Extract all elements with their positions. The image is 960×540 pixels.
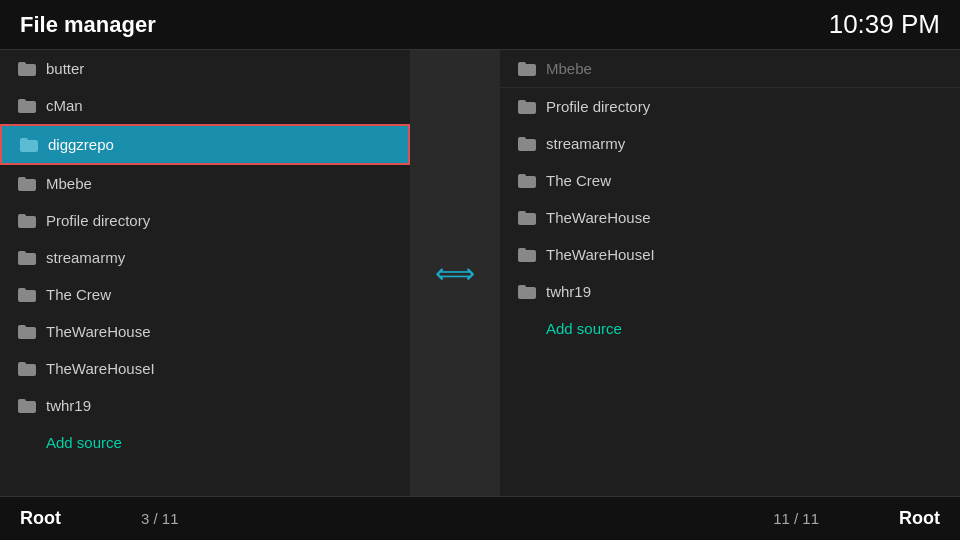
footer-left-count: 3 / 11	[141, 510, 179, 527]
list-item[interactable]: butter	[0, 50, 410, 87]
list-item[interactable]: Profile directory	[0, 202, 410, 239]
list-item-label: The Crew	[546, 172, 611, 189]
header: File manager 10:39 PM	[0, 0, 960, 50]
folder-icon	[518, 174, 536, 188]
list-item[interactable]: The Crew	[0, 276, 410, 313]
list-item[interactable]: streamarmy	[500, 125, 960, 162]
folder-icon	[518, 62, 536, 76]
app-title: File manager	[20, 12, 156, 38]
right-header-label: Mbebe	[546, 60, 592, 77]
list-item[interactable]: TheWareHouseI	[0, 350, 410, 387]
list-item[interactable]: cMan	[0, 87, 410, 124]
list-item[interactable]: streamarmy	[0, 239, 410, 276]
list-item-label: TheWareHouse	[546, 209, 651, 226]
list-item-label: TheWareHouseI	[546, 246, 655, 263]
list-item-label: TheWareHouseI	[46, 360, 155, 377]
folder-icon	[18, 99, 36, 113]
right-panel: Mbebe Profile directorystreamarmyThe Cre…	[500, 50, 960, 496]
left-panel: buttercMandiggzrepoMbebeProfile director…	[0, 50, 410, 496]
list-item[interactable]: Profile directory	[500, 88, 960, 125]
list-item[interactable]: Add source	[500, 310, 960, 347]
footer-left-label: Root	[20, 508, 61, 529]
list-item[interactable]: TheWareHouse	[0, 313, 410, 350]
right-panel-header: Mbebe	[500, 50, 960, 88]
list-item[interactable]: twhr19	[0, 387, 410, 424]
folder-icon	[18, 177, 36, 191]
folder-icon	[518, 285, 536, 299]
footer: Root 3 / 11 11 / 11 Root	[0, 496, 960, 540]
middle-panel: ⟺	[410, 50, 500, 496]
footer-right: 11 / 11 Root	[773, 508, 940, 529]
folder-icon	[18, 325, 36, 339]
folder-icon	[518, 211, 536, 225]
folder-icon	[18, 62, 36, 76]
swap-arrow-icon: ⟺	[435, 257, 475, 290]
list-item-label: TheWareHouse	[46, 323, 151, 340]
list-item-label: Profile directory	[546, 98, 650, 115]
folder-icon	[18, 362, 36, 376]
folder-icon	[518, 100, 536, 114]
list-item-label: butter	[46, 60, 84, 77]
clock: 10:39 PM	[829, 9, 940, 40]
list-item[interactable]: The Crew	[500, 162, 960, 199]
footer-right-count: 11 / 11	[773, 510, 819, 527]
list-item[interactable]: twhr19	[500, 273, 960, 310]
footer-right-label: Root	[899, 508, 940, 529]
list-item-label: cMan	[46, 97, 83, 114]
folder-icon	[518, 137, 536, 151]
list-item-label: twhr19	[46, 397, 91, 414]
list-item[interactable]: Mbebe	[0, 165, 410, 202]
list-item-label: streamarmy	[46, 249, 125, 266]
folder-icon	[20, 138, 38, 152]
list-item-label: twhr19	[546, 283, 591, 300]
footer-left: Root 3 / 11	[20, 508, 179, 529]
list-item[interactable]: TheWareHouse	[500, 199, 960, 236]
folder-icon	[18, 288, 36, 302]
main-content: buttercMandiggzrepoMbebeProfile director…	[0, 50, 960, 496]
list-item-label: The Crew	[46, 286, 111, 303]
list-item-label: Add source	[546, 320, 622, 337]
list-item-label: streamarmy	[546, 135, 625, 152]
list-item[interactable]: Add source	[0, 424, 410, 461]
list-item[interactable]: diggzrepo	[0, 124, 410, 165]
folder-icon	[18, 399, 36, 413]
list-item[interactable]: TheWareHouseI	[500, 236, 960, 273]
folder-icon	[18, 251, 36, 265]
list-item-label: Add source	[46, 434, 122, 451]
folder-icon	[18, 214, 36, 228]
list-item-label: Mbebe	[46, 175, 92, 192]
folder-icon	[518, 248, 536, 262]
list-item-label: Profile directory	[46, 212, 150, 229]
list-item-label: diggzrepo	[48, 136, 114, 153]
